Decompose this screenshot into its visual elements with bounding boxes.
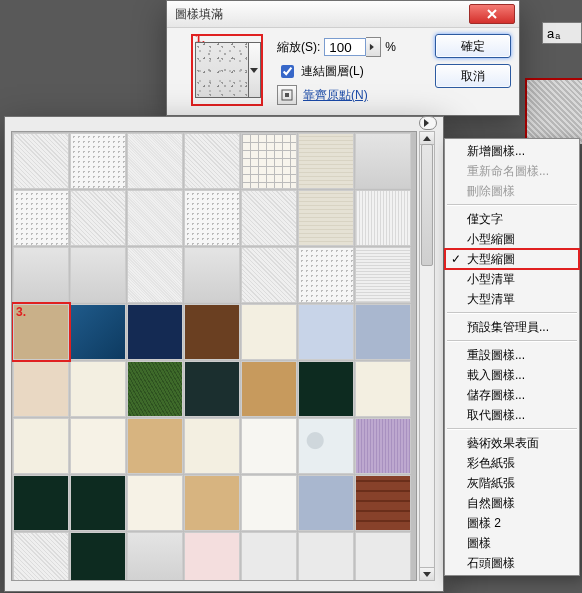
- pattern-swatch[interactable]: [70, 532, 126, 581]
- pattern-swatch[interactable]: [184, 361, 240, 417]
- pattern-swatch[interactable]: [355, 304, 411, 360]
- menu-item[interactable]: 載入圖樣...: [445, 365, 579, 385]
- scale-stepper[interactable]: [366, 37, 381, 57]
- pattern-swatch[interactable]: [13, 133, 69, 189]
- menu-item[interactable]: 儲存圖樣...: [445, 385, 579, 405]
- pattern-swatch[interactable]: [127, 361, 183, 417]
- menu-item-label: 石頭圖樣: [467, 555, 515, 572]
- pattern-swatch[interactable]: [70, 247, 126, 303]
- pattern-swatch[interactable]: [184, 418, 240, 474]
- menu-item[interactable]: 取代圖樣...: [445, 405, 579, 425]
- menu-item[interactable]: 石頭圖樣: [445, 553, 579, 573]
- menu-item[interactable]: 小型縮圖: [445, 229, 579, 249]
- pattern-dropdown-button[interactable]: [249, 42, 261, 98]
- menu-item[interactable]: ✓大型縮圖: [445, 249, 579, 269]
- pattern-swatch[interactable]: [298, 247, 354, 303]
- picker-flyout-button[interactable]: [419, 116, 437, 130]
- pattern-swatch[interactable]: [70, 133, 126, 189]
- pattern-swatch[interactable]: [355, 190, 411, 246]
- menu-item[interactable]: 藝術效果表面: [445, 433, 579, 453]
- menu-item[interactable]: 灰階紙張: [445, 473, 579, 493]
- pattern-swatch[interactable]: [70, 475, 126, 531]
- chevron-up-icon: [423, 136, 431, 141]
- menu-separator: [447, 340, 577, 342]
- scrollbar-thumb[interactable]: [421, 144, 433, 266]
- menu-item[interactable]: 僅文字: [445, 209, 579, 229]
- pattern-swatch[interactable]: [241, 475, 297, 531]
- pattern-swatch[interactable]: [355, 532, 411, 581]
- pattern-swatch[interactable]: [184, 475, 240, 531]
- document-preview-partial: [525, 78, 582, 144]
- pattern-swatch[interactable]: [70, 304, 126, 360]
- pattern-swatch[interactable]: [355, 475, 411, 531]
- menu-item[interactable]: 小型清單: [445, 269, 579, 289]
- pattern-swatch[interactable]: [355, 247, 411, 303]
- menu-item[interactable]: 新增圖樣...: [445, 141, 579, 161]
- pattern-swatch[interactable]: [184, 190, 240, 246]
- pattern-swatch[interactable]: [127, 133, 183, 189]
- menu-item-label: 藝術效果表面: [467, 435, 539, 452]
- pattern-swatch[interactable]: [127, 304, 183, 360]
- pattern-swatch[interactable]: [241, 133, 297, 189]
- pattern-swatch[interactable]: [298, 418, 354, 474]
- pattern-swatch[interactable]: [241, 361, 297, 417]
- pattern-swatch[interactable]: [241, 532, 297, 581]
- text-tool-indicator: a a: [542, 22, 582, 44]
- pattern-swatch[interactable]: [13, 247, 69, 303]
- ok-button[interactable]: 確定: [435, 34, 511, 58]
- pattern-swatch[interactable]: [127, 418, 183, 474]
- pattern-swatch[interactable]: [184, 532, 240, 581]
- pattern-swatch[interactable]: [241, 304, 297, 360]
- menu-item[interactable]: 彩色紙張: [445, 453, 579, 473]
- pattern-swatch[interactable]: [127, 532, 183, 581]
- menu-item-label: 載入圖樣...: [467, 367, 525, 384]
- pattern-swatch[interactable]: [241, 190, 297, 246]
- cancel-button[interactable]: 取消: [435, 64, 511, 88]
- pattern-swatch[interactable]: [241, 247, 297, 303]
- pattern-swatch[interactable]: [355, 133, 411, 189]
- pattern-swatch[interactable]: [298, 133, 354, 189]
- menu-item[interactable]: 自然圖樣: [445, 493, 579, 513]
- pattern-swatch[interactable]: [298, 475, 354, 531]
- pattern-swatch[interactable]: [184, 304, 240, 360]
- pattern-swatch[interactable]: [298, 361, 354, 417]
- pattern-swatch[interactable]: 3.: [13, 304, 69, 360]
- picker-scrollbar[interactable]: [419, 131, 435, 581]
- pattern-swatch[interactable]: [70, 418, 126, 474]
- pattern-swatch[interactable]: [355, 418, 411, 474]
- pattern-swatch[interactable]: [298, 304, 354, 360]
- menu-item-label: 取代圖樣...: [467, 407, 525, 424]
- dialog-titlebar[interactable]: 圖樣填滿: [167, 1, 519, 28]
- pattern-swatch[interactable]: [13, 361, 69, 417]
- pattern-swatch[interactable]: [127, 190, 183, 246]
- pattern-swatch[interactable]: [298, 190, 354, 246]
- pattern-swatch[interactable]: [184, 247, 240, 303]
- scale-input[interactable]: [324, 38, 366, 56]
- menu-item[interactable]: 圖樣: [445, 533, 579, 553]
- menu-item[interactable]: 圖樣 2: [445, 513, 579, 533]
- window-close-button[interactable]: [469, 4, 515, 24]
- pattern-swatch[interactable]: [13, 532, 69, 581]
- scale-unit: %: [385, 40, 396, 54]
- pattern-swatch[interactable]: [70, 190, 126, 246]
- picker-flyout-menu: 新增圖樣...重新命名圖樣...刪除圖樣僅文字小型縮圖✓大型縮圖小型清單大型清單…: [444, 138, 580, 576]
- scrollbar-down-button[interactable]: [420, 567, 434, 580]
- pattern-swatch[interactable]: [13, 418, 69, 474]
- pattern-swatch[interactable]: [127, 475, 183, 531]
- pattern-swatch[interactable]: [298, 532, 354, 581]
- pattern-swatch[interactable]: [13, 190, 69, 246]
- pattern-swatch[interactable]: [241, 418, 297, 474]
- snap-origin-button[interactable]: [277, 85, 297, 105]
- menu-item[interactable]: 重設圖樣...: [445, 345, 579, 365]
- snap-origin-link[interactable]: 靠齊原點(N): [303, 87, 368, 104]
- current-pattern-thumbnail[interactable]: [195, 42, 249, 98]
- menu-item[interactable]: 預設集管理員...: [445, 317, 579, 337]
- pattern-swatch[interactable]: [355, 361, 411, 417]
- menu-item[interactable]: 大型清單: [445, 289, 579, 309]
- pattern-swatch[interactable]: [127, 247, 183, 303]
- link-layers-checkbox[interactable]: [281, 65, 294, 78]
- pattern-swatch[interactable]: [184, 133, 240, 189]
- pattern-swatch[interactable]: [13, 475, 69, 531]
- menu-item: 重新命名圖樣...: [445, 161, 579, 181]
- pattern-swatch[interactable]: [70, 361, 126, 417]
